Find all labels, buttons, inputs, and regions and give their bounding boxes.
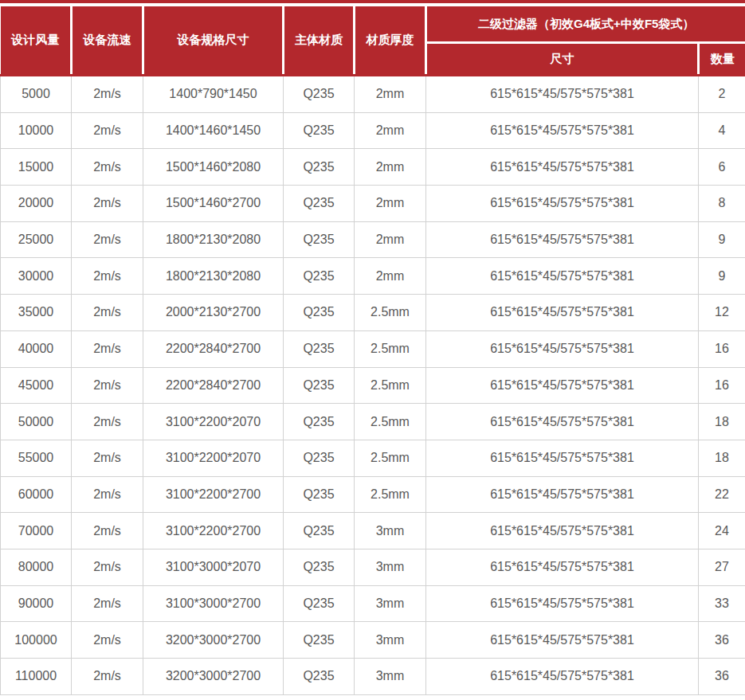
cell-filter-quantity: 12 <box>699 295 745 331</box>
cell-flow-velocity: 2m/s <box>72 585 143 622</box>
cell-filter-size: 615*615*45/575*575*381 <box>426 367 699 404</box>
table-row: 150002m/s1500*1460*2080Q2352mm615*615*45… <box>1 149 745 186</box>
cell-spec-size: 3100*2200*2700 <box>143 513 284 549</box>
cell-spec-size: 3100*2200*2070 <box>143 404 284 440</box>
cell-thickness: 2.5mm <box>355 367 426 404</box>
cell-body-material: Q235 <box>284 549 355 585</box>
table-row: 550002m/s3100*2200*2070Q2352.5mm615*615*… <box>1 440 745 476</box>
cell-design-airflow: 90000 <box>1 585 72 622</box>
cell-filter-size: 615*615*45/575*575*381 <box>426 330 699 367</box>
cell-body-material: Q235 <box>284 404 355 440</box>
cell-filter-quantity: 18 <box>699 440 745 476</box>
cell-design-airflow: 5000 <box>1 76 72 113</box>
cell-flow-velocity: 2m/s <box>72 513 143 549</box>
cell-spec-size: 3100*3000*2700 <box>143 585 284 622</box>
cell-body-material: Q235 <box>284 149 355 186</box>
table-row: 400002m/s2200*2840*2700Q2352.5mm615*615*… <box>1 330 745 367</box>
cell-body-material: Q235 <box>284 659 355 695</box>
cell-flow-velocity: 2m/s <box>72 549 143 585</box>
cell-thickness: 3mm <box>355 549 426 585</box>
table-row: 800002m/s3100*3000*2070Q2353mm615*615*45… <box>1 549 745 585</box>
col-header-flow-velocity: 设备流速 <box>72 6 143 76</box>
cell-filter-quantity: 36 <box>699 622 745 659</box>
cell-thickness: 2.5mm <box>355 440 426 476</box>
cell-filter-size: 615*615*45/575*575*381 <box>426 622 699 659</box>
cell-spec-size: 3200*3000*2700 <box>143 659 284 695</box>
cell-flow-velocity: 2m/s <box>72 295 143 331</box>
cell-filter-size: 615*615*45/575*575*381 <box>426 440 699 476</box>
cell-thickness: 2.5mm <box>355 295 426 331</box>
cell-flow-velocity: 2m/s <box>72 367 143 404</box>
table-top-accent-bar <box>0 0 745 3</box>
cell-body-material: Q235 <box>284 440 355 476</box>
col-header-body-material: 主体材质 <box>284 6 355 76</box>
cell-filter-quantity: 6 <box>699 149 745 186</box>
cell-thickness: 2.5mm <box>355 330 426 367</box>
cell-body-material: Q235 <box>284 221 355 258</box>
col-header-spec-size: 设备规格尺寸 <box>143 6 284 76</box>
cell-filter-quantity: 18 <box>699 404 745 440</box>
col-header-filter-size: 尺寸 <box>426 43 699 76</box>
cell-flow-velocity: 2m/s <box>72 404 143 440</box>
cell-body-material: Q235 <box>284 622 355 659</box>
cell-spec-size: 1400*790*1450 <box>143 76 284 113</box>
cell-flow-velocity: 2m/s <box>72 186 143 222</box>
cell-spec-size: 2000*2130*2700 <box>143 295 284 331</box>
cell-body-material: Q235 <box>284 186 355 222</box>
cell-spec-size: 1400*1460*1450 <box>143 112 284 149</box>
cell-design-airflow: 60000 <box>1 476 72 513</box>
filter-spec-table: 设计风量 设备流速 设备规格尺寸 主体材质 材质厚度 二级过滤器（初效G4板式+… <box>0 6 745 695</box>
cell-filter-size: 615*615*45/575*575*381 <box>426 186 699 222</box>
cell-filter-quantity: 8 <box>699 186 745 222</box>
cell-spec-size: 1500*1460*2700 <box>143 186 284 222</box>
cell-spec-size: 2200*2840*2700 <box>143 367 284 404</box>
cell-thickness: 2mm <box>355 221 426 258</box>
cell-thickness: 3mm <box>355 585 426 622</box>
table-row: 600002m/s3100*2200*2700Q2352.5mm615*615*… <box>1 476 745 513</box>
cell-filter-size: 615*615*45/575*575*381 <box>426 513 699 549</box>
cell-flow-velocity: 2m/s <box>72 330 143 367</box>
cell-body-material: Q235 <box>284 476 355 513</box>
cell-filter-quantity: 24 <box>699 513 745 549</box>
cell-spec-size: 1800*2130*2080 <box>143 258 284 295</box>
cell-thickness: 2mm <box>355 112 426 149</box>
cell-body-material: Q235 <box>284 76 355 113</box>
cell-design-airflow: 100000 <box>1 622 72 659</box>
cell-filter-size: 615*615*45/575*575*381 <box>426 549 699 585</box>
cell-design-airflow: 25000 <box>1 221 72 258</box>
cell-filter-size: 615*615*45/575*575*381 <box>426 112 699 149</box>
cell-filter-size: 615*615*45/575*575*381 <box>426 221 699 258</box>
cell-filter-size: 615*615*45/575*575*381 <box>426 659 699 695</box>
cell-filter-quantity: 16 <box>699 367 745 404</box>
cell-flow-velocity: 2m/s <box>72 258 143 295</box>
cell-filter-quantity: 9 <box>699 258 745 295</box>
table-row: 300002m/s1800*2130*2080Q2352mm615*615*45… <box>1 258 745 295</box>
cell-design-airflow: 55000 <box>1 440 72 476</box>
cell-filter-size: 615*615*45/575*575*381 <box>426 149 699 186</box>
col-header-filter-quantity: 数量 <box>699 43 745 76</box>
cell-thickness: 2.5mm <box>355 404 426 440</box>
table-row: 100002m/s1400*1460*1450Q2352mm615*615*45… <box>1 112 745 149</box>
cell-filter-size: 615*615*45/575*575*381 <box>426 295 699 331</box>
cell-flow-velocity: 2m/s <box>72 221 143 258</box>
cell-design-airflow: 35000 <box>1 295 72 331</box>
cell-thickness: 3mm <box>355 513 426 549</box>
cell-filter-quantity: 4 <box>699 112 745 149</box>
cell-flow-velocity: 2m/s <box>72 112 143 149</box>
cell-filter-quantity: 2 <box>699 76 745 113</box>
cell-flow-velocity: 2m/s <box>72 76 143 113</box>
cell-filter-size: 615*615*45/575*575*381 <box>426 76 699 113</box>
table-row: 500002m/s3100*2200*2070Q2352.5mm615*615*… <box>1 404 745 440</box>
cell-thickness: 3mm <box>355 622 426 659</box>
cell-body-material: Q235 <box>284 513 355 549</box>
table-row: 350002m/s2000*2130*2700Q2352.5mm615*615*… <box>1 295 745 331</box>
cell-filter-size: 615*615*45/575*575*381 <box>426 585 699 622</box>
table-row: 1100002m/s3200*3000*2700Q2353mm615*615*4… <box>1 659 745 695</box>
col-header-filter-group: 二级过滤器（初效G4板式+中效F5袋式） <box>426 6 745 43</box>
table-header: 设计风量 设备流速 设备规格尺寸 主体材质 材质厚度 二级过滤器（初效G4板式+… <box>1 6 745 76</box>
table-row: 250002m/s1800*2130*2080Q2352mm615*615*45… <box>1 221 745 258</box>
cell-flow-velocity: 2m/s <box>72 659 143 695</box>
cell-filter-quantity: 9 <box>699 221 745 258</box>
cell-design-airflow: 110000 <box>1 659 72 695</box>
cell-filter-size: 615*615*45/575*575*381 <box>426 404 699 440</box>
